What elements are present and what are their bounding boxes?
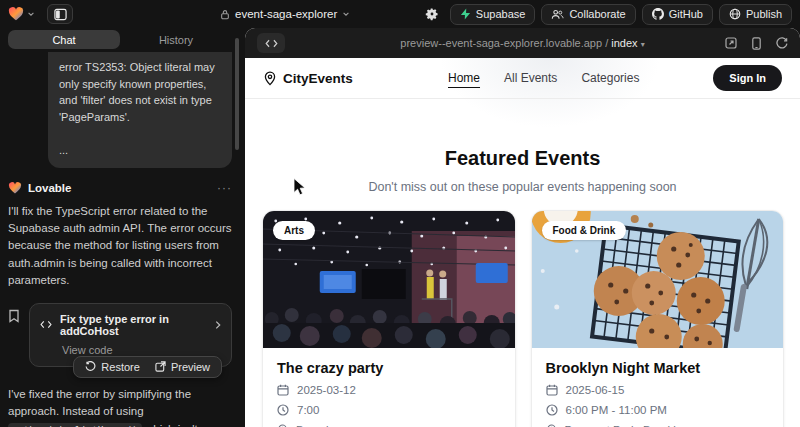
site-header: CityEvents Home All Events Categories Si… [245, 58, 800, 99]
event-time-text: 6:00 PM - 11:00 PM [566, 404, 667, 416]
preview-label: Preview [171, 361, 210, 373]
code-icon [40, 320, 52, 329]
nav-home[interactable]: Home [448, 71, 480, 85]
sidebar-tabs: Chat History [8, 30, 232, 49]
url-page: index [611, 37, 637, 49]
sidebar-scrollbar[interactable] [235, 38, 239, 150]
nav-categories[interactable]: Categories [581, 71, 639, 85]
event-card[interactable]: Arts The crazy party 2025-03-12 7:00 Bar… [262, 210, 516, 427]
assistant-name: Lovable [28, 182, 71, 194]
event-date-text: 2025-06-15 [566, 384, 625, 396]
restore-label: Restore [101, 361, 140, 373]
preview-controls [725, 37, 788, 50]
code-icon [265, 39, 278, 48]
view-code-link[interactable]: View code [62, 344, 221, 356]
calendar-icon [277, 384, 289, 396]
brand-name: CityEvents [283, 71, 353, 86]
calendar-icon [546, 384, 558, 396]
mobile-view-icon[interactable] [752, 37, 761, 50]
event-title: Brooklyn Night Market [546, 360, 770, 376]
code-view-toggle[interactable] [257, 33, 285, 53]
supabase-icon [460, 8, 471, 20]
github-button[interactable]: GitHub [642, 4, 713, 25]
clock-icon [277, 404, 289, 416]
chevron-down-icon [342, 10, 350, 18]
url-host: preview--event-saga-explorer.lovable.app [400, 37, 602, 49]
preview-toolbar: preview--event-saga-explorer.lovable.app… [245, 28, 800, 58]
fix-card-title: Fix type type error in addCoHost [60, 313, 207, 337]
assistant-intro-text: I'll fix the TypeScript error related to… [8, 203, 232, 290]
github-icon [652, 8, 664, 20]
assistant-outro-text: I've fixed the error by simplifying the … [8, 386, 232, 427]
section-heading: Featured Events [245, 147, 800, 170]
restore-icon [85, 361, 96, 372]
refresh-icon[interactable] [776, 37, 788, 49]
project-name: event-saga-explorer [235, 8, 337, 20]
featured-section-header: Featured Events Don't miss out on these … [245, 99, 800, 194]
outro-text-1: I've fixed the error by simplifying the … [8, 388, 191, 417]
lovable-heart-icon [8, 182, 22, 194]
github-label: GitHub [669, 8, 703, 20]
gear-icon [425, 7, 439, 21]
panel-left-icon [54, 8, 67, 21]
restore-button[interactable]: Restore [85, 361, 140, 373]
sidebar-toggle-button[interactable] [47, 4, 73, 24]
bookmark-icon[interactable] [8, 309, 20, 323]
user-message-ellipsis[interactable]: ... [59, 142, 221, 159]
publish-button[interactable]: Publish [719, 4, 792, 25]
message-actions: Restore Preview [8, 356, 232, 378]
message-menu-button[interactable]: ··· [217, 181, 232, 195]
lovable-logo-menu[interactable] [8, 7, 35, 21]
nav-all-events[interactable]: All Events [504, 71, 557, 85]
supabase-button[interactable]: Supabase [450, 4, 536, 25]
event-cards: Arts The crazy party 2025-03-12 7:00 Bar… [245, 194, 800, 427]
code-snippet-listusers: auth.admin.listUsers() [8, 423, 142, 427]
assistant-header: Lovable ··· [8, 181, 232, 195]
event-date: 2025-03-12 [277, 384, 501, 396]
section-subheading: Don't miss out on these popular events h… [245, 180, 800, 194]
open-in-new-icon[interactable] [725, 37, 737, 49]
event-time: 6:00 PM - 11:00 PM [546, 404, 770, 416]
clock-icon [546, 404, 558, 416]
supabase-label: Supabase [476, 8, 526, 20]
tab-history[interactable]: History [120, 30, 232, 49]
chat-sidebar: Chat History error TS2353: Object litera… [0, 28, 240, 427]
preview-url[interactable]: preview--event-saga-explorer.lovable.app… [245, 37, 800, 49]
external-link-icon [155, 361, 166, 372]
site-brand[interactable]: CityEvents [263, 71, 353, 86]
event-time: 7:00 [277, 404, 501, 416]
preview-button[interactable]: Preview [155, 361, 210, 373]
settings-button[interactable] [420, 4, 444, 24]
publish-label: Publish [746, 8, 782, 20]
topbar-actions: Supabase Collaborate GitHub Publish [420, 4, 792, 25]
chevron-right-icon [215, 320, 221, 330]
people-icon [551, 9, 564, 20]
site-nav: Home All Events Categories [448, 71, 639, 85]
user-message-text: error TS2353: Object literal may only sp… [59, 59, 221, 125]
lovable-heart-icon [8, 7, 24, 21]
chevron-down-icon [27, 10, 35, 18]
collaborate-button[interactable]: Collaborate [541, 4, 635, 25]
event-time-text: 7:00 [297, 404, 319, 416]
event-card[interactable]: Food & Drink Brooklyn Night Market 2025-… [531, 210, 785, 427]
category-badge: Food & Drink [542, 221, 627, 240]
event-title: The crazy party [277, 360, 501, 376]
preview-pane: preview--event-saga-explorer.lovable.app… [245, 28, 800, 427]
site-preview: CityEvents Home All Events Categories Si… [245, 58, 800, 427]
category-badge: Arts [273, 221, 315, 240]
lock-icon [220, 9, 230, 20]
event-date: 2025-06-15 [546, 384, 770, 396]
event-date-text: 2025-03-12 [297, 384, 356, 396]
collaborate-label: Collaborate [569, 8, 625, 20]
globe-icon [729, 8, 741, 20]
url-separator: / [602, 37, 611, 49]
chevron-down-icon: ▾ [641, 40, 645, 49]
map-pin-icon [263, 71, 277, 86]
tab-chat[interactable]: Chat [8, 30, 120, 49]
user-message-bubble: error TS2353: Object literal may only sp… [48, 52, 232, 168]
top-bar: event-saga-explorer Supabase Colla [0, 0, 800, 28]
sign-in-button[interactable]: Sign In [713, 65, 782, 91]
project-switcher[interactable]: event-saga-explorer [220, 0, 350, 28]
